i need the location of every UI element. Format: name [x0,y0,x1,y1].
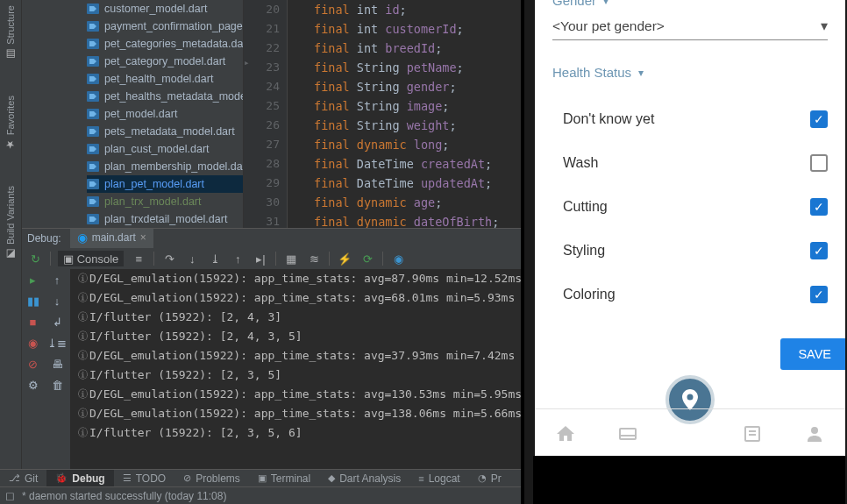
dart-icon: ◆ [328,472,335,484]
health-item-label: Don't know yet [563,111,654,127]
tree-file[interactable]: plan_membership_model.dar [87,158,243,175]
logcat-toolwindow[interactable]: ≡Logcat [409,470,468,487]
dart-file-icon [87,56,99,67]
emulator-screen[interactable]: Gender ▾ <Your pet gender> ▾ Health Stat… [535,0,845,458]
tree-file-label: plan_pet_model.dart [104,178,204,190]
health-item[interactable]: Styling✓ [563,229,828,273]
run-marker-icon[interactable]: ▸ [244,53,250,73]
console-line: 🛈D/EGL_emulation(15922): app_time_stats:… [77,288,521,308]
health-item[interactable]: Wash [563,141,828,185]
scroll-up-icon[interactable]: ↑ [50,273,64,287]
close-icon[interactable]: × [140,231,146,244]
tree-file[interactable]: pet_healths_metadata_model [87,88,243,105]
structure-icon: ▤ [4,48,17,60]
structure-toolwindow[interactable]: ▤ Structure [4,5,17,60]
profiler-icon: ◔ [478,472,487,484]
resume-icon[interactable]: ▸ [26,273,40,287]
news-icon[interactable] [742,423,763,444]
profiler-toolwindow[interactable]: ◔Pr [469,470,510,487]
health-section-label[interactable]: Health Status ▾ [552,65,828,80]
run-config-tab[interactable]: ◉ main.dart × [70,229,153,248]
health-checkbox[interactable] [810,154,828,172]
force-step-into-icon[interactable]: ⤓ [207,251,223,266]
bug-icon: 🐞 [55,472,68,484]
health-checkbox[interactable]: ✓ [810,242,828,259]
code-editor[interactable]: ▸ 202122232425262728293031 final int id;… [244,0,521,228]
home-icon[interactable] [555,423,576,444]
tree-file[interactable]: plan_pet_model.dart [87,175,243,193]
health-checkbox[interactable]: ✓ [810,286,828,303]
soft-wrap-icon[interactable]: ↲ [50,315,64,329]
bottom-navigation [535,408,845,458]
gender-dropdown[interactable]: <Your pet gender> ▾ [552,18,828,40]
rerun-icon[interactable]: ↻ [27,251,43,266]
tree-file[interactable]: customer_model.dart [87,0,243,18]
scroll-to-end-icon[interactable]: ⤓≣ [50,336,64,350]
step-over-icon[interactable]: ↷ [161,251,177,266]
card-icon[interactable] [617,423,638,444]
status-icon[interactable]: ◻ [5,489,15,502]
todo-toolwindow[interactable]: ☰TODO [114,470,174,487]
evaluate-icon[interactable]: ▦ [283,251,299,266]
console-line: 🛈D/EGL_emulation(15922): app_time_stats:… [77,346,521,366]
problems-toolwindow[interactable]: ⊘Problems [174,470,249,487]
print-icon[interactable]: 🖶 [50,357,64,371]
mute-breakpoints-icon[interactable]: ⊘ [26,357,40,371]
console-line: 🛈I/flutter (15922): [2, 3, 5] [77,366,521,385]
step-into-icon[interactable]: ↓ [184,251,200,266]
profile-icon[interactable] [804,423,825,444]
pin-icon [681,389,699,410]
tree-file[interactable]: pet_health_model.dart [87,70,243,88]
trace-icon[interactable]: ≋ [306,251,322,266]
debug-toolwindow[interactable]: 🐞Debug [46,470,113,487]
settings-icon[interactable]: ⚙ [26,378,40,392]
clear-icon[interactable]: 🗑 [50,378,64,392]
devtools-icon[interactable]: ◉ [390,251,406,266]
tree-file-label: pet_categories_metadata.dart [104,38,244,50]
step-out-icon[interactable]: ↑ [230,251,246,266]
code-area[interactable]: final int id;final int customerId;final … [288,0,521,228]
tree-file[interactable]: payment_confirmation_page.. [87,18,243,35]
tree-file[interactable]: pets_metadata_model.dart [87,123,243,140]
stop-icon[interactable]: ■ [26,315,40,329]
health-checkbox[interactable]: ✓ [810,110,828,128]
tree-file[interactable]: pet_model.dart [87,105,243,123]
dart-analysis-toolwindow[interactable]: ◆Dart Analysis [319,470,409,487]
project-tree[interactable]: customer_model.dartpayment_confirmation_… [22,0,244,228]
console-output[interactable]: 🛈D/EGL_emulation(15922): app_time_stats:… [70,269,521,469]
app-content: Gender ▾ <Your pet gender> ▾ Health Stat… [535,0,845,316]
health-item[interactable]: Cutting✓ [563,185,828,229]
health-checkbox[interactable]: ✓ [810,198,828,216]
health-item[interactable]: Don't know yet✓ [563,97,828,141]
health-item-label: Styling [563,243,605,259]
debug-label: Debug: [27,232,61,245]
view-breakpoints-icon[interactable]: ◉ [26,336,40,350]
tree-file[interactable]: pet_category_model.dart [87,53,243,70]
console-icon: ▣ [63,252,74,266]
console-tab[interactable]: ▣ Console [58,251,124,266]
hot-reload-icon[interactable]: ⚡ [337,251,352,266]
tree-file[interactable]: pet_categories_metadata.dart [87,35,243,53]
tree-file-label: pet_healths_metadata_model [104,90,244,103]
build-variants-toolwindow[interactable]: ◩ Build Variants [4,186,17,260]
threads-icon[interactable]: ≡ [131,251,146,266]
dart-file-icon [87,144,99,154]
tree-file[interactable]: plan_trxdetail_model.dart [87,210,243,228]
terminal-toolwindow[interactable]: ▣Terminal [249,470,319,487]
dart-file-icon [87,39,99,49]
console-line: 🛈D/EGL_emulation(15922): app_time_stats:… [77,404,521,423]
pause-icon[interactable]: ▮▮ [26,294,40,308]
save-button[interactable]: SAVE [780,338,845,370]
git-toolwindow[interactable]: ⎇Git [0,470,46,487]
tree-file-label: pets_metadata_model.dart [104,125,235,138]
hot-restart-icon[interactable]: ⟳ [359,251,375,266]
scroll-down-icon[interactable]: ↓ [50,294,64,308]
tree-file[interactable]: plan_cust_model.dart [87,140,243,158]
favorites-toolwindow[interactable]: ★ Favorites [4,96,17,151]
debug-side-toolbar: ▸ ▮▮ ■ ◉ ⊘ ⚙ [22,269,44,469]
tree-file[interactable]: plan_trx_model.dart [87,193,243,210]
run-to-cursor-icon[interactable]: ▸| [253,251,268,266]
gender-section-label[interactable]: Gender ▾ [552,0,828,8]
health-item[interactable]: Coloring✓ [563,273,828,316]
dart-file-icon [87,126,99,137]
